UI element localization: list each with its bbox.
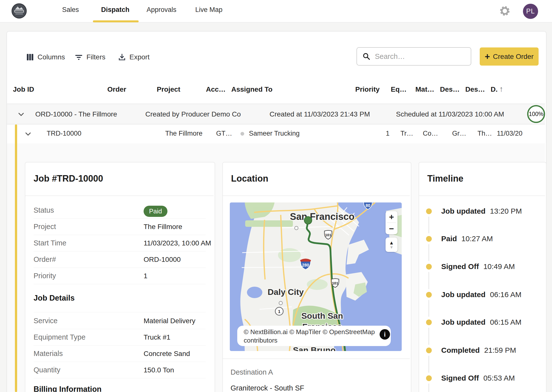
timeline-connector <box>428 217 429 233</box>
col-header-assigned-to[interactable]: Assigned To <box>231 85 273 93</box>
create-order-button[interactable]: + Create Order <box>480 47 539 66</box>
timeline-event-time: 10:49 AM <box>483 262 515 271</box>
destination-label: Destination A <box>231 368 273 376</box>
timeline-event-label: Job updated <box>441 207 485 215</box>
field-value-priority: 1 <box>144 272 148 280</box>
route-start-marker <box>304 217 312 224</box>
col-header-job-id[interactable]: Job ID <box>13 85 34 93</box>
map-label-san-bruno: San Bruno <box>293 345 336 351</box>
pitch-up-arrow-icon[interactable]: ▲ <box>389 240 394 245</box>
timeline-dot <box>426 319 432 325</box>
timeline-event: Job updated 13:20 PM <box>441 207 522 215</box>
timeline-connector <box>428 356 429 373</box>
pitch-down-arrow-icon[interactable]: ▼ <box>390 245 394 249</box>
download-icon <box>118 53 126 61</box>
field-separator <box>34 251 206 251</box>
order-created-by: Created by Producer Demo Co <box>145 110 241 118</box>
col-header-account[interactable]: Acc… <box>206 85 226 93</box>
sf-town-dot <box>295 226 298 230</box>
job-panel-title: Job #TRD-10000 <box>34 173 103 184</box>
col-header-priority[interactable]: Priority <box>355 85 380 93</box>
timeline-event: Completed 21:59 PM <box>441 346 516 354</box>
dispatch-app: Sales Dispatch Approvals Live Map PL Col… <box>0 0 552 392</box>
location-panel-divider <box>223 196 410 196</box>
timeline-event-time: 21:59 PM <box>484 346 516 354</box>
search-input[interactable] <box>374 52 465 61</box>
field-separator <box>34 268 206 268</box>
field-value-quantity: 150.0 Ton <box>144 366 174 374</box>
field-separator <box>34 329 206 329</box>
active-tab-underline <box>93 20 139 22</box>
job-equipment-cell: Tr… <box>400 130 413 137</box>
field-value-equipment-type: Truck #1 <box>144 333 170 341</box>
timeline-panel <box>419 162 547 392</box>
columns-label: Columns <box>38 53 65 61</box>
ca-1-shield: 1 <box>275 307 283 315</box>
job-chevron-down-icon[interactable] <box>25 132 31 136</box>
timeline-connector <box>428 244 429 261</box>
field-separator <box>34 312 206 312</box>
field-label-materials: Materials <box>34 350 63 358</box>
order-progress-badge: 100% <box>527 105 545 123</box>
col-header-des2[interactable]: Des… <box>465 85 485 93</box>
field-value-start-time: 11/03/2023, 10:00 AM <box>144 239 211 247</box>
field-separator <box>34 362 206 362</box>
columns-icon <box>26 53 34 61</box>
tab-live-map[interactable]: Live Map <box>195 6 223 14</box>
timeline-event-label: Signed Off <box>441 374 479 382</box>
tab-sales[interactable]: Sales <box>62 6 79 14</box>
col-header-project[interactable]: Project <box>157 85 180 93</box>
tab-approvals[interactable]: Approvals <box>147 6 176 14</box>
job-date-cell: 11/03/20 <box>497 130 535 137</box>
export-label: Export <box>129 53 150 61</box>
col-header-d[interactable]: D. <box>491 85 498 93</box>
field-value-order-number: ORD-10000 <box>144 256 181 264</box>
timeline-event: Signed Off 05:53 AM <box>441 374 515 382</box>
field-separator <box>34 284 206 284</box>
plus-icon: + <box>485 52 490 61</box>
col-header-materials[interactable]: Mat… <box>415 85 434 93</box>
col-header-equipment[interactable]: Eq… <box>391 85 407 93</box>
timeline-dot <box>426 292 432 298</box>
location-panel-title: Location <box>231 173 268 184</box>
daly-city-town-dot <box>279 301 282 305</box>
field-value-service: Material Delivery <box>144 317 196 325</box>
sort-ascending-icon[interactable]: ↑ <box>499 84 503 94</box>
field-separator <box>34 235 206 235</box>
order-chevron-down-icon[interactable] <box>18 112 24 117</box>
brand-logo[interactable] <box>11 3 27 19</box>
map-info-button[interactable]: i <box>380 329 390 340</box>
timeline-event-label: Job updated <box>441 318 485 326</box>
map-zoom-control: + − <box>386 211 397 234</box>
job-project-cell: The Fillmore <box>165 130 202 137</box>
zoom-in-button[interactable]: + <box>386 211 397 223</box>
gear-icon[interactable] <box>499 5 511 17</box>
tab-dispatch[interactable]: Dispatch <box>101 6 129 14</box>
filters-button[interactable]: Filters <box>75 50 105 64</box>
timeline-connector <box>428 384 429 392</box>
field-value-project: The Fillmore <box>144 223 182 231</box>
user-avatar[interactable]: PL <box>523 4 538 19</box>
timeline-dot <box>426 264 432 270</box>
map-pitch-control: ▲ ▼ <box>386 237 397 252</box>
export-button[interactable]: Export <box>118 50 150 64</box>
job-priority-cell: 1 <box>386 130 390 137</box>
filters-label: Filters <box>86 53 105 61</box>
col-header-des1[interactable]: Des… <box>440 85 460 93</box>
timeline-event: Job updated 06:15 AM <box>441 318 521 326</box>
svg-text:280: 280 <box>302 263 309 268</box>
col-header-order[interactable]: Order <box>107 85 126 93</box>
timeline-event-time: 05:53 AM <box>483 374 515 382</box>
timeline-event: Job updated 06:16 AM <box>441 290 521 299</box>
job-highlight-bar <box>15 124 17 392</box>
timeline-event-label: Paid <box>441 235 457 243</box>
svg-text:101: 101 <box>325 233 331 237</box>
timeline-dot <box>426 375 432 381</box>
attribution-line-1: © NextBillion.ai © MapTiler © OpenStreet… <box>244 328 384 336</box>
zoom-out-button[interactable]: − <box>386 223 397 234</box>
timeline-dot <box>426 208 432 214</box>
columns-button[interactable]: Columns <box>26 50 65 64</box>
order-title: ORD-10000 - The Fillmore <box>35 110 117 118</box>
job-material-cell: Co… <box>423 130 438 137</box>
job-account-cell: GT… <box>216 130 232 137</box>
